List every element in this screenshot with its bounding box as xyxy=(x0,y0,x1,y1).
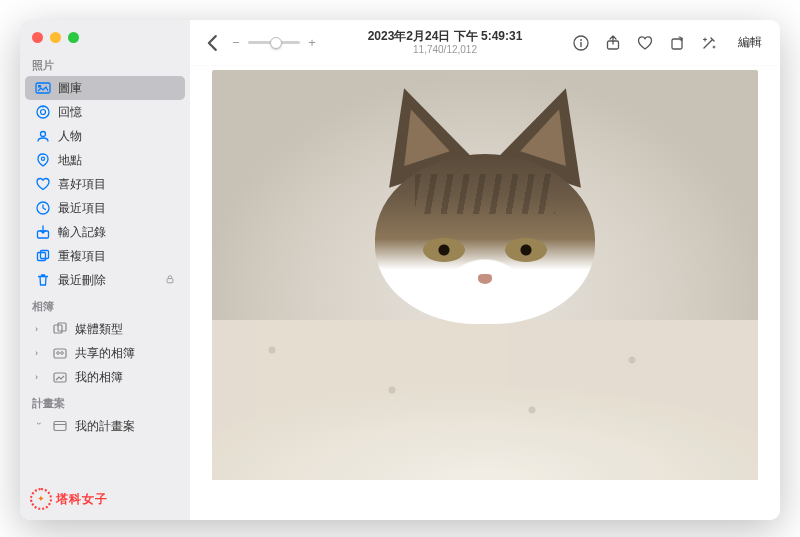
sidebar-item-memories[interactable]: 回憶 xyxy=(25,100,185,124)
rotate-button[interactable] xyxy=(668,34,686,52)
svg-point-20 xyxy=(580,39,582,41)
zoom-out-button[interactable]: − xyxy=(230,35,242,50)
sidebar-item-favorites[interactable]: 喜好項目 xyxy=(25,172,185,196)
watermark-logo-icon: ✦ xyxy=(30,488,52,510)
app-window: 照片 圖庫 回憶 人物 xyxy=(20,20,780,520)
main-panel: − + 2023年2月24日 下午 5:49:31 11,740/12,012 xyxy=(190,20,780,520)
import-icon xyxy=(35,224,51,240)
places-icon xyxy=(35,152,51,168)
sidebar-item-label: 我的相簿 xyxy=(75,369,123,386)
sidebar-item-label: 最近項目 xyxy=(58,200,106,217)
sidebar-item-duplicates[interactable]: 重複項目 xyxy=(25,244,185,268)
sidebar: 照片 圖庫 回憶 人物 xyxy=(20,20,190,520)
people-icon xyxy=(35,128,51,144)
sidebar-item-my-albums[interactable]: › 我的相簿 xyxy=(25,365,185,389)
sidebar-item-label: 圖庫 xyxy=(58,80,82,97)
svg-point-3 xyxy=(41,110,46,115)
sidebar-item-recently-deleted[interactable]: 最近刪除 xyxy=(25,268,185,292)
svg-rect-1 xyxy=(38,85,41,88)
info-button[interactable] xyxy=(572,34,590,52)
sidebar-item-label: 地點 xyxy=(58,152,82,169)
sidebar-item-label: 輸入記錄 xyxy=(58,224,106,241)
zoom-slider[interactable] xyxy=(248,41,300,44)
sidebar-item-label: 共享的相簿 xyxy=(75,345,135,362)
shared-albums-icon xyxy=(52,345,68,361)
svg-rect-14 xyxy=(54,349,66,358)
fullscreen-window-button[interactable] xyxy=(68,32,79,43)
sidebar-item-shared-albums[interactable]: › 共享的相簿 xyxy=(25,341,185,365)
chevron-right-icon: › xyxy=(35,324,43,334)
my-albums-icon xyxy=(52,369,68,385)
trash-icon xyxy=(35,272,51,288)
svg-rect-22 xyxy=(672,39,682,49)
close-window-button[interactable] xyxy=(32,32,43,43)
sidebar-item-label: 最近刪除 xyxy=(58,272,106,289)
photo-counter: 11,740/12,012 xyxy=(318,44,572,56)
sidebar-item-recents[interactable]: 最近項目 xyxy=(25,196,185,220)
svg-point-5 xyxy=(41,132,46,137)
photo-library-icon xyxy=(35,80,51,96)
chevron-down-icon: › xyxy=(34,422,44,430)
sidebar-item-label: 回憶 xyxy=(58,104,82,121)
heart-icon xyxy=(35,176,51,192)
zoom-controls: − + xyxy=(230,35,318,50)
sidebar-item-media-types[interactable]: › 媒體類型 xyxy=(25,317,185,341)
sidebar-item-label: 我的計畫案 xyxy=(75,418,135,435)
media-types-icon xyxy=(52,321,68,337)
svg-point-2 xyxy=(37,106,49,118)
back-button[interactable] xyxy=(202,32,224,54)
chevron-right-icon: › xyxy=(35,372,43,382)
toolbar: − + 2023年2月24日 下午 5:49:31 11,740/12,012 xyxy=(190,20,780,66)
sidebar-content: 照片 圖庫 回憶 人物 xyxy=(20,51,190,480)
svg-point-16 xyxy=(61,352,64,355)
sidebar-item-label: 媒體類型 xyxy=(75,321,123,338)
zoom-slider-thumb[interactable] xyxy=(270,37,282,49)
auto-enhance-button[interactable] xyxy=(700,34,718,52)
section-header-albums: 相簿 xyxy=(20,292,190,317)
window-controls xyxy=(20,20,190,51)
svg-rect-11 xyxy=(167,279,173,283)
photo-viewer[interactable] xyxy=(190,66,780,520)
section-header-projects: 計畫案 xyxy=(20,389,190,414)
svg-rect-10 xyxy=(41,251,49,259)
sidebar-item-my-projects[interactable]: › 我的計畫案 xyxy=(25,414,185,438)
svg-point-6 xyxy=(41,157,44,160)
section-header-library: 照片 xyxy=(20,51,190,76)
sidebar-item-label: 人物 xyxy=(58,128,82,145)
svg-rect-9 xyxy=(38,253,46,261)
watermark: ✦ 塔科女子 xyxy=(20,480,190,520)
watermark-text: 塔科女子 xyxy=(56,491,108,508)
sidebar-item-label: 重複項目 xyxy=(58,248,106,265)
svg-rect-18 xyxy=(54,422,66,431)
edit-button[interactable]: 編輯 xyxy=(732,32,768,53)
sidebar-item-imports[interactable]: 輸入記錄 xyxy=(25,220,185,244)
toolbar-actions: 編輯 xyxy=(572,32,768,53)
favorite-button[interactable] xyxy=(636,34,654,52)
clock-icon xyxy=(35,200,51,216)
photo-image xyxy=(212,70,758,480)
svg-point-15 xyxy=(57,352,60,355)
minimize-window-button[interactable] xyxy=(50,32,61,43)
duplicate-icon xyxy=(35,248,51,264)
memories-icon xyxy=(35,104,51,120)
chevron-right-icon: › xyxy=(35,348,43,358)
svg-point-4 xyxy=(42,106,44,108)
svg-rect-0 xyxy=(36,83,50,93)
my-projects-icon xyxy=(52,418,68,434)
share-button[interactable] xyxy=(604,34,622,52)
title-block: 2023年2月24日 下午 5:49:31 11,740/12,012 xyxy=(318,29,572,55)
sidebar-item-label: 喜好項目 xyxy=(58,176,106,193)
sidebar-item-library[interactable]: 圖庫 xyxy=(25,76,185,100)
zoom-in-button[interactable]: + xyxy=(306,35,318,50)
lock-icon xyxy=(165,274,175,286)
photo-datetime: 2023年2月24日 下午 5:49:31 xyxy=(318,29,572,43)
sidebar-item-people[interactable]: 人物 xyxy=(25,124,185,148)
sidebar-item-places[interactable]: 地點 xyxy=(25,148,185,172)
